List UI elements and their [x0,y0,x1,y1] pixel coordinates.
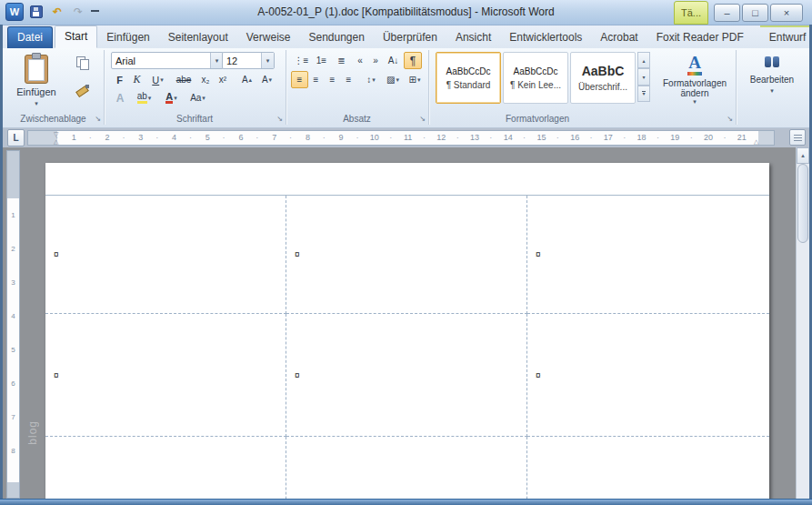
copy-button[interactable] [72,54,92,72]
tab-einfuegen[interactable]: Einfügen [97,27,158,48]
tab-acrobat[interactable]: Acrobat [591,27,647,48]
table-cell[interactable]: ¤ [45,437,286,500]
style-kein-leerraum[interactable]: AaBbCcDc ¶ Kein Lee... [503,52,568,104]
change-styles-dropdown-icon[interactable]: ▾ [693,98,697,106]
horizontal-ruler[interactable]: 123456789101112131415161718192021 ▽ △ △ [27,130,775,146]
superscript-button[interactable]: x² [214,71,232,88]
sort-button[interactable]: A↓ [384,52,403,69]
numbering-button[interactable]: 1≡ [311,52,332,69]
table-cell[interactable]: ¤ [286,196,527,314]
close-button[interactable]: × [770,4,803,22]
line-spacing-button[interactable]: ↕▾ [360,71,382,88]
style-name: ¶ Standard [446,80,491,90]
tab-verweise[interactable]: Verweise [237,27,300,48]
subscript-button[interactable]: x₂ [196,71,215,88]
save-icon[interactable] [28,4,45,20]
borders-button[interactable]: ⊞▾ [404,71,426,88]
vertical-ruler-number: 7 [7,413,19,421]
table-cell[interactable]: ¤ [527,196,769,314]
tab-ueberpruefen[interactable]: Überprüfen [374,27,446,48]
bullets-button[interactable]: ⋮≡ [291,52,312,69]
tab-sendungen[interactable]: Sendungen [299,27,373,48]
table-cell[interactable]: ¤ [286,314,527,437]
shading-dropdown-icon[interactable]: ▾ [396,76,399,84]
paste-button[interactable]: Einfügen ▾ [8,51,65,120]
show-formatting-marks-button[interactable]: ¶ [404,52,422,69]
align-center-button[interactable]: ≡ [307,71,325,88]
first-line-indent-marker[interactable]: ▽ [54,131,58,137]
shrink-font-button[interactable]: A▾ [256,71,277,88]
line-spacing-dropdown-icon[interactable]: ▾ [372,76,376,84]
table-cell[interactable]: ¤ [45,196,286,314]
table-cell[interactable]: ¤ [286,437,527,500]
qat-customize-icon[interactable] [91,10,99,18]
increase-indent-button[interactable]: » [367,52,384,69]
font-size-select[interactable]: 12 ▾ [222,52,275,69]
redo-icon[interactable]: ↷ [70,4,86,20]
hanging-indent-marker[interactable]: △ [54,138,58,145]
change-styles-button[interactable]: A Formatvorlagen ändern ▾ [657,51,732,117]
styles-more-icon[interactable]: ▾ [637,86,650,102]
change-case-dropdown-icon[interactable]: ▾ [202,95,206,102]
group-clipboard: Einfügen ▾ Zwischenablage ↘ [3,50,105,125]
vertical-scrollbar[interactable]: ▴ [796,147,809,500]
font-color-button[interactable]: A▾ [158,89,185,106]
tab-datei[interactable]: Datei [7,26,53,48]
change-case-button[interactable]: Aa▾ [185,89,210,106]
editing-dropdown-icon[interactable]: ▾ [770,87,774,95]
contextual-tab-group-header[interactable]: Tä... [674,1,708,25]
tab-seitenlayout[interactable]: Seitenlayout [159,27,237,48]
table-cell[interactable]: ¤ [527,314,769,437]
tab-foxit-reader-pdf[interactable]: Foxit Reader PDF [647,27,753,48]
vertical-ruler[interactable]: 12345678 [6,150,20,499]
multilevel-list-button[interactable]: ≣ [331,52,352,69]
table-cell[interactable]: ¤ [45,314,286,437]
shading-button[interactable]: ▨▾ [382,71,404,88]
clipboard-dialog-launcher-icon[interactable]: ↘ [95,116,101,123]
tab-start[interactable]: Start [55,25,97,48]
styles-scroll-down-icon[interactable]: ▾ [637,68,650,85]
tab-ansicht[interactable]: Ansicht [446,27,500,48]
style-ueberschrift[interactable]: AaBbC Überschrif... [570,52,636,104]
highlight-color-button[interactable]: ab▾ [131,89,157,106]
paste-dropdown-icon[interactable]: ▾ [35,100,38,107]
right-indent-marker[interactable]: △ [754,138,758,145]
undo-icon[interactable]: ↶ [49,4,65,20]
font-size-dropdown-icon[interactable]: ▾ [261,53,274,68]
group-paragraph: ⋮≡ 1≡ ≣ « » A↓ ¶ ≡ ≡ ≡ ≡ ↕▾ ▨▾ ⊞▾ Absatz… [286,50,429,125]
justify-button[interactable]: ≡ [340,71,357,88]
italic-button[interactable]: K [128,71,145,88]
tab-entwurf[interactable]: Entwurf [760,25,812,48]
font-dialog-launcher-icon[interactable]: ↘ [276,116,283,123]
font-color-dropdown-icon[interactable]: ▾ [174,95,177,102]
tab-entwicklertools[interactable]: Entwicklertools [500,27,591,48]
bold-button[interactable]: F [111,71,128,88]
align-right-button[interactable]: ≡ [324,71,341,88]
format-painter-button[interactable] [72,80,92,98]
highlight-dropdown-icon[interactable]: ▾ [148,95,152,102]
tab-selector-button[interactable]: L [7,129,25,146]
font-name-select[interactable]: Arial ▾ [111,52,224,69]
text-effects-button[interactable]: A [111,89,129,106]
paragraph-dialog-launcher-icon[interactable]: ↘ [419,116,426,123]
styles-scroll-up-icon[interactable]: ▴ [637,52,650,68]
decrease-indent-button[interactable]: « [352,52,368,69]
grow-font-button[interactable]: A▴ [236,71,257,88]
table-cell[interactable]: ¤ [527,437,769,500]
font-name-dropdown-icon[interactable]: ▾ [210,53,223,68]
scrollbar-up-icon[interactable]: ▴ [797,147,809,164]
document-page[interactable]: ¤¤¤¤¤¤¤¤¤ [45,163,769,500]
underline-button[interactable]: U▾ [145,71,170,88]
word-logo-icon[interactable]: W [5,3,24,21]
strikethrough-button[interactable]: abe [171,71,196,88]
underline-dropdown-icon[interactable]: ▾ [160,76,164,84]
editing-button[interactable]: Bearbeiten ▾ [741,54,803,120]
styles-dialog-launcher-icon[interactable]: ↘ [727,116,733,123]
align-left-button[interactable]: ≡ [291,71,308,88]
scrollbar-thumb[interactable] [797,164,808,243]
maximize-button[interactable]: □ [742,4,768,22]
style-standard[interactable]: AaBbCcDc ¶ Standard [436,52,501,104]
minimize-button[interactable]: – [714,4,740,22]
borders-dropdown-icon[interactable]: ▾ [417,76,421,84]
ruler-toggle-button[interactable] [789,129,806,146]
